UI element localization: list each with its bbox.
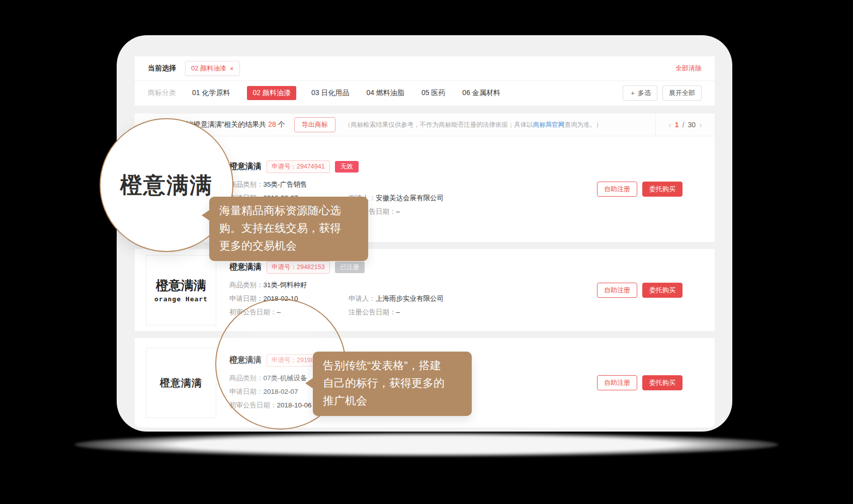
date-label-2: 申请日期： (229, 295, 264, 302)
applicant-value-2: 上海雨步实业有限公司 (376, 295, 444, 302)
applicant-value-1: 安徽美达会展有限公司 (376, 194, 444, 202)
callout-1-line-1: 海量精品商标资源随心选 (219, 202, 358, 219)
trademark-office-link[interactable]: 商标局官网 (533, 121, 565, 128)
pagination-next-icon[interactable]: › (699, 121, 702, 129)
pagination: ‹ 1 / 30 › (655, 114, 715, 136)
expand-all-button[interactable]: 展开全部 (662, 86, 702, 101)
row-title-2: 橙意满满 申请号：29482153 已注册 (229, 261, 597, 274)
pagination-prev-icon[interactable]: ‹ (668, 121, 671, 129)
category-line-1: 商品类别：35类-广告销售 (229, 178, 597, 191)
entrust-buy-button-2[interactable]: 委托购买 (642, 283, 683, 298)
category-item-03[interactable]: 03 日化用品 (311, 89, 349, 98)
applicant-label-2: 申请人： (349, 295, 376, 302)
callout-arrow-left-icon (305, 378, 313, 389)
category-row: 商标分类 01 化学原料 02 颜料油漆 03 日化用品 04 燃料油脂 05 … (135, 81, 715, 105)
results-header: 已为您检索到“橙意满满”相关的结果共 28 个 导出商标 （商标检索结果仅供参考… (135, 114, 715, 136)
page-background: 当前选择 02 颜料油漆 × 全部清除 商标分类 01 化学原料 02 颜料油漆… (0, 0, 853, 504)
trademark-image-2: 橙意满满 orange Heart (146, 255, 216, 325)
summary-suffix: 个 (276, 120, 285, 128)
application-number-badge-1: 申请号：29474941 (267, 160, 330, 173)
callout-1-line-3: 更多的交易机会 (219, 237, 358, 255)
status-badge-invalid-1: 无效 (335, 161, 359, 173)
row-actions-3: 自助注册 委托购买 (597, 375, 683, 390)
callout-bubble-1: 海量精品商标资源随心选 购。支持在线交易，获得 更多的交易机会 (209, 197, 368, 261)
callout-2-line-3: 推广机会 (323, 392, 462, 409)
category-label-1: 商品类别： (229, 181, 264, 188)
trademark-image-text-2: 橙意满满 (156, 277, 206, 294)
reg-notice-value-2: – (396, 308, 400, 316)
clear-all-button[interactable]: 全部清除 (675, 64, 702, 73)
row-title-1: 橙意满满 申请号：29474941 无效 (229, 160, 597, 173)
self-register-button-2[interactable]: 自助注册 (597, 283, 637, 298)
app-no-label-2: 申请号： (272, 264, 297, 271)
trademark-name-1[interactable]: 橙意满满 (229, 161, 262, 172)
pagination-current-page: 1 (675, 121, 679, 129)
category-row-label: 商标分类 (148, 89, 176, 98)
callout-1-line-2: 购。支持在线交易，获得 (219, 219, 358, 237)
row-actions-2: 自助注册 委托购买 (597, 283, 683, 298)
result-row-2: 橙意满满 orange Heart 橙意满满 申请号：29482153 已注册 … (135, 249, 715, 331)
category-item-01[interactable]: 01 化学原料 (192, 89, 230, 98)
disclaimer-prefix: （商标检索结果仅供参考，不作为商标能否注册的法律依据；具体以 (345, 121, 533, 128)
pagination-separator: / (683, 121, 685, 129)
filter-card: 当前选择 02 颜料油漆 × 全部清除 商标分类 01 化学原料 02 颜料油漆… (135, 56, 715, 106)
category-item-05[interactable]: 05 医药 (421, 89, 445, 98)
trademark-image-text-3: 橙意满满 (160, 376, 202, 390)
export-trademark-button[interactable]: 导出商标 (294, 117, 335, 132)
multi-select-label: 多选 (638, 89, 651, 97)
reg-notice-label-2: 注册公告日期： (349, 308, 396, 316)
plus-icon: ＋ (629, 89, 636, 97)
trademark-image-subtext-2: orange Heart (154, 295, 208, 303)
category-value-2: 31类-饲料种籽 (264, 281, 307, 289)
selected-filter-tag[interactable]: 02 颜料油漆 × (185, 61, 240, 76)
selected-filter-tag-label: 02 颜料油漆 (191, 64, 226, 73)
row-actions-1: 自助注册 委托购买 (597, 182, 683, 197)
disclaimer-text: （商标检索结果仅供参考，不作为商标能否注册的法律依据；具体以商标局官网查询为准。… (345, 121, 603, 129)
category-value-1: 35类-广告销售 (264, 181, 307, 188)
results-header-left: 已为您检索到“橙意满满”相关的结果共 28 个 导出商标 （商标检索结果仅供参考… (135, 114, 655, 136)
reg-notice-value-1: – (396, 208, 400, 215)
callout-2-line-1: 告别传统“发表格”，搭建 (323, 357, 462, 374)
results-count: 28 (268, 120, 276, 128)
entrust-buy-button-3[interactable]: 委托购买 (642, 375, 683, 390)
category-item-06[interactable]: 06 金属材料 (462, 89, 500, 98)
callout-arrow-left-icon (202, 210, 210, 221)
close-icon[interactable]: × (230, 65, 234, 72)
category-item-04[interactable]: 04 燃料油脂 (366, 89, 404, 98)
callout-2-line-2: 自己的标行，获得更多的 (323, 374, 462, 392)
callout-bubble-2: 告别传统“发表格”，搭建 自己的标行，获得更多的 推广机会 (313, 352, 472, 416)
pagination-total-pages: 30 (688, 121, 696, 129)
category-label-2: 商品类别： (229, 281, 264, 289)
current-selection-label: 当前选择 (148, 64, 176, 73)
trademark-name-2[interactable]: 橙意满满 (229, 262, 262, 273)
laptop-base-shadow (74, 433, 779, 457)
entrust-buy-button-1[interactable]: 委托购买 (642, 182, 683, 197)
self-register-button-1[interactable]: 自助注册 (597, 182, 637, 197)
current-selection-row: 当前选择 02 颜料油漆 × 全部清除 (135, 56, 715, 81)
status-badge-registered-2: 已注册 (335, 262, 365, 273)
app-no-value-2: 29482153 (297, 264, 325, 271)
app-no-label-1: 申请号： (272, 163, 297, 170)
disclaimer-suffix: 查询为准。） (564, 121, 602, 128)
application-number-badge-2: 申请号：29482153 (267, 261, 330, 274)
self-register-button-3[interactable]: 自助注册 (597, 375, 637, 390)
multi-select-button[interactable]: ＋ 多选 (623, 86, 657, 101)
category-line-2: 商品类别：31类-饲料种籽 (229, 278, 597, 292)
trademark-image-3: 橙意满满 (146, 348, 216, 418)
app-no-value-1: 29474941 (297, 163, 325, 170)
magnified-trademark-text: 橙意满满 (120, 171, 213, 200)
category-item-02-selected[interactable]: 02 颜料油漆 (247, 86, 296, 100)
